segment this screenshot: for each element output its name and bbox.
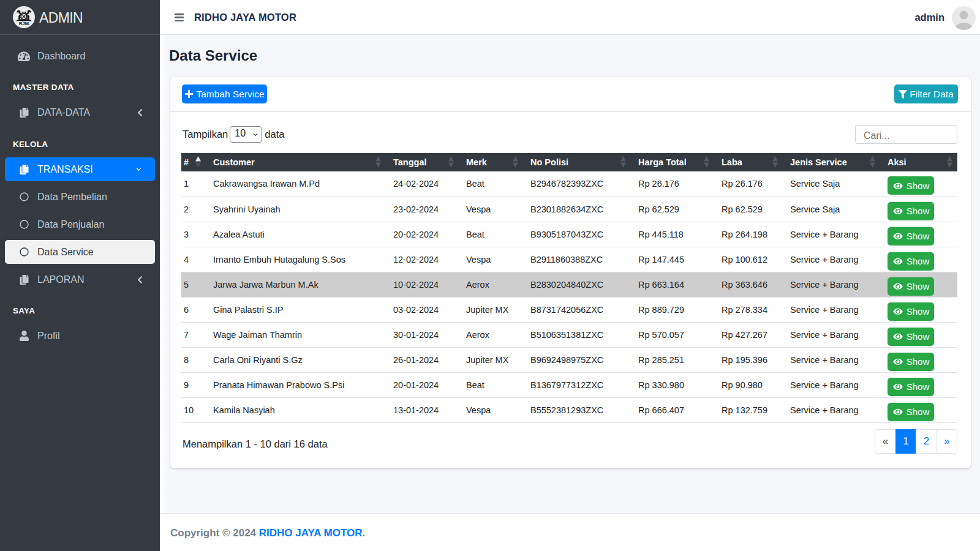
svg-text:RJM: RJM (19, 21, 29, 26)
